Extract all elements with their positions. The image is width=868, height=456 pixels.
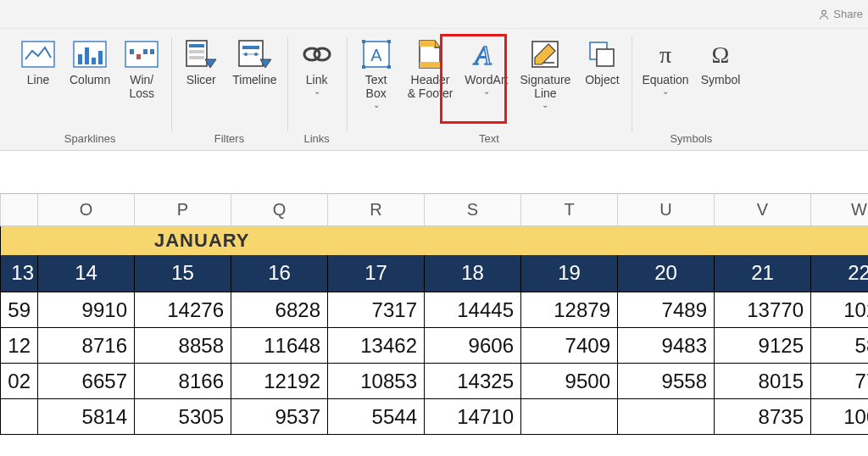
text-box-icon	[359, 37, 393, 71]
data-cell[interactable]: 5897	[811, 328, 869, 364]
column-header[interactable]: U	[618, 194, 715, 226]
link-button[interactable]: Link⌄	[294, 34, 340, 119]
day-header-cell[interactable]: 15	[135, 255, 231, 292]
data-cell[interactable]: 12192	[231, 364, 328, 399]
day-header-cell[interactable]: 21	[715, 255, 811, 292]
data-cell[interactable]: 6657	[38, 364, 135, 399]
data-cell[interactable]: 9558	[618, 364, 715, 399]
symbol-button-label: Symbol	[701, 73, 741, 86]
data-cell[interactable]: 11648	[231, 328, 328, 364]
chevron-down-icon: ⌄	[373, 98, 380, 112]
ribbon-group-filters: SlicerTimelineFilters	[171, 34, 287, 150]
data-cell[interactable]: 7489	[618, 292, 715, 328]
sparkline-line-icon	[21, 37, 55, 71]
day-header-cell[interactable]: 17	[328, 255, 425, 292]
sparkline-line-button[interactable]: Line	[15, 34, 61, 119]
data-cell[interactable]: 9125	[715, 328, 811, 364]
data-cell[interactable]: 7409	[521, 328, 618, 364]
data-cell[interactable]: 12879	[521, 292, 618, 328]
day-header-cell[interactable]: 20	[618, 255, 715, 292]
object-button[interactable]: Object	[579, 34, 625, 119]
data-cell[interactable]: 9910	[38, 292, 135, 328]
day-header-row[interactable]: 13141516171819202122	[1, 255, 869, 292]
link-icon	[300, 37, 334, 71]
data-cell[interactable]: 9500	[521, 364, 618, 399]
data-cell[interactable]: 14276	[135, 292, 231, 328]
data-cell[interactable]: 14325	[425, 364, 521, 399]
data-cell[interactable]: 13770	[715, 292, 811, 328]
data-cell[interactable]: 8858	[135, 328, 231, 364]
data-cell[interactable]: 5814	[38, 399, 135, 435]
column-header[interactable]: S	[425, 194, 521, 226]
data-cell[interactable]: 10853	[328, 364, 425, 399]
user-icon	[818, 8, 830, 20]
data-cell[interactable]: 02	[1, 364, 38, 399]
header-footer-button[interactable]: Header & Footer	[404, 34, 457, 119]
text-box-button-label: Text Box	[365, 73, 387, 100]
month-label: JANUARY	[2, 230, 868, 252]
data-cell[interactable]: 8166	[135, 364, 231, 399]
slicer-button[interactable]: Slicer	[178, 34, 224, 119]
data-cell[interactable]: 59	[1, 292, 38, 328]
worksheet[interactable]: OPQRSTUVWJANUARY131415161718192021225999…	[0, 151, 868, 435]
data-cell[interactable]: 10011	[811, 399, 869, 435]
header-footer-button-label: Header & Footer	[408, 73, 453, 100]
data-cell[interactable]: 5544	[328, 399, 425, 435]
text-box-button[interactable]: Text Box⌄	[353, 34, 399, 119]
data-cell[interactable]: 9606	[425, 328, 521, 364]
data-cell[interactable]: 14710	[425, 399, 521, 435]
symbol-button[interactable]: Symbol	[698, 34, 744, 119]
column-header[interactable]: V	[715, 194, 811, 226]
table-row[interactable]: 581453059537554414710873510011	[1, 399, 869, 435]
column-header[interactable]: P	[135, 194, 231, 226]
day-header-cell[interactable]: 16	[231, 255, 328, 292]
data-cell[interactable]: 13462	[328, 328, 425, 364]
wordart-button[interactable]: WordArt⌄	[461, 34, 511, 119]
data-cell[interactable]: 10227	[811, 292, 869, 328]
timeline-button[interactable]: Timeline	[229, 34, 280, 119]
sparkline-column-button[interactable]: Column	[66, 34, 114, 119]
timeline-icon	[237, 37, 271, 71]
column-header[interactable]: Q	[231, 194, 328, 226]
data-cell[interactable]: 8735	[715, 399, 811, 435]
sparkline-column-button-label: Column	[70, 73, 110, 86]
data-cell[interactable]: 8015	[715, 364, 811, 399]
column-header[interactable]: O	[38, 194, 135, 226]
month-band-cell[interactable]: JANUARY	[1, 226, 869, 255]
data-cell[interactable]: 12	[1, 328, 38, 364]
data-cell[interactable]: 14445	[425, 292, 521, 328]
day-header-cell[interactable]: 22	[811, 255, 869, 292]
signature-line-button[interactable]: Signature Line⌄	[516, 34, 574, 119]
data-cell[interactable]	[521, 399, 618, 435]
sparkline-winloss-button[interactable]: Win/ Loss	[119, 34, 164, 119]
chevron-down-icon: ⌄	[314, 85, 320, 98]
data-cell[interactable]: 7729	[811, 364, 869, 399]
signature-line-icon	[528, 37, 562, 71]
day-header-cell[interactable]: 14	[38, 255, 135, 292]
data-cell[interactable]: 7317	[328, 292, 425, 328]
equation-button[interactable]: Equation⌄	[638, 34, 692, 119]
table-row[interactable]: 1287168858116481346296067409948391255897	[1, 328, 869, 364]
day-header-cell[interactable]: 13	[1, 255, 38, 292]
slicer-icon	[184, 37, 218, 71]
data-cell[interactable]: 8716	[38, 328, 135, 364]
data-cell[interactable]: 9483	[618, 328, 715, 364]
column-header[interactable]	[1, 194, 38, 226]
data-cell[interactable]: 5305	[135, 399, 231, 435]
column-header[interactable]: R	[328, 194, 425, 226]
share-button[interactable]: Share	[833, 8, 863, 20]
slicer-button-label: Slicer	[186, 73, 216, 86]
data-cell[interactable]	[618, 399, 715, 435]
day-header-cell[interactable]: 19	[521, 255, 618, 292]
column-header[interactable]: T	[521, 194, 618, 226]
data-cell[interactable]	[1, 399, 38, 435]
table-row[interactable]: 0266578166121921085314325950095588015772…	[1, 364, 869, 399]
day-header-cell[interactable]: 18	[425, 255, 521, 292]
data-cell[interactable]: 9537	[231, 399, 328, 435]
data-cell[interactable]: 6828	[231, 292, 328, 328]
column-header-row[interactable]: OPQRSTUVW	[1, 194, 869, 226]
object-button-label: Object	[585, 73, 619, 86]
column-header[interactable]: W	[811, 194, 869, 226]
sparkline-winloss-button-label: Win/ Loss	[129, 73, 154, 100]
table-row[interactable]: 5999101427668287317144451287974891377010…	[1, 292, 869, 328]
